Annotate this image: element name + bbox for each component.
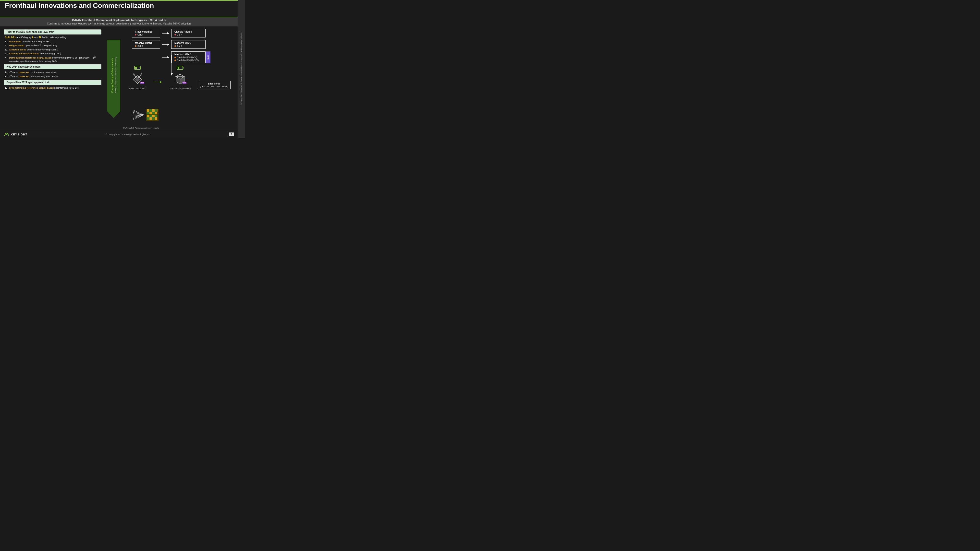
arrow-down-3 [160,56,171,59]
svg-rect-9 [140,67,141,68]
svg-rect-45 [152,112,154,114]
classic-radios-left-bullet: Cat A [135,33,157,36]
edge-cloud-box: Edge Cloud (CPU, GPU, NPU, ASIC, FPGA) [198,81,231,89]
massive-mimo-left: Massive MIMO Cat B [132,40,160,49]
subtitle-line2: Continue to introduce new features such … [5,22,233,25]
svg-marker-1 [167,32,169,34]
beam-svg [132,109,145,121]
svg-rect-47 [147,114,149,117]
left-panel: Prior to the Nov 2024 spec approval trai… [0,27,105,130]
edge-cloud-title: Edge Cloud [200,83,228,85]
subtitle-band: O-RAN Fronthaul Commercial Deployments I… [0,17,238,27]
massive-antenna-section [132,109,159,121]
section1-intro: Split 7-2x and Category A and B Radio Un… [4,36,102,39]
svg-rect-38 [147,109,149,112]
svg-marker-3 [167,44,169,46]
battery-icon-ru [134,65,142,71]
dist-unit-group: SW Distributed Units (O-DU) [170,65,191,89]
section3-list: 1. SRS (Sounding Reference Signal) based… [4,86,102,89]
section2-item-2: 2. 1st set of DMRS BF Interoperability T… [4,75,102,78]
arrow-text: Energy Savings Enhancements [111,58,113,93]
section2-item-1: 1. 1st set of DMRS BF Conformance Test C… [4,70,102,74]
list-item-5: 5. Demodulation Reference Signal based b… [4,56,102,63]
keysight-text: KEYSIGHT [11,133,27,136]
ru-antenna-wrapper: SW [130,72,146,86]
subtitle-line1: O-RAN Fronthaul Commercial Deployments I… [5,19,233,22]
svg-rect-53 [152,117,154,120]
svg-rect-41 [155,109,157,112]
sw-badge-du: SW [183,82,186,84]
arrow-container: Energy Savings Enhancements Cell On/Off,… [105,27,122,130]
svg-line-30 [133,113,144,115]
list-item-4: 4. Channel-information-based beamforming… [4,52,102,55]
section2-label: Nov 2024 spec approval train [4,64,102,69]
radio-unit-group: SW Radio Units (O-RU) [129,65,146,89]
box-row-1: Classic Radios Cat A Classic Radi [132,29,235,38]
classic-radios-left-title: Classic Radios [135,30,157,33]
massive-mimo-ulpi: Massive MIMO Cat-B DMRS-BF-EQ Cat-B DMRS… [171,51,205,63]
bullet-dot-orange [135,45,137,47]
section3-label: Beyond Nov 2024 spec approval train [4,80,102,85]
middle-panel: Energy Savings Enhancements Cell On/Off,… [105,27,122,130]
bullet-dot-orange-2 [175,45,176,47]
massive-mimo-left-title: Massive MIMO [135,41,157,44]
svg-rect-50 [155,114,157,117]
slide-title: Fronthaul Innovations and Commercializat… [5,2,235,10]
classic-radios-right-title: Classic Radios [175,30,202,33]
list-item-1: 1. Predefined-beam beamforming (PDBF) [4,40,102,43]
dist-unit-label: Distributed Units (O-DU) [170,87,191,89]
svg-rect-43 [147,112,149,114]
arrow-right-2 [160,43,171,46]
edge-cloud-group: Edge Cloud (CPU, GPU, NPU, ASIC, FPGA) [198,81,231,89]
list-item-3: 3. Attribute-based dynamic beamforming (… [4,48,102,51]
massive-mimo-ulpi-bullet2: Cat-B DMRS-BF-NEQ [175,59,202,62]
page-number: 3 [229,132,234,136]
section1-list: 1. Predefined-beam beamforming (PDBF) 2.… [4,40,102,63]
massive-mimo-ulpi-bullet1: Cat-B DMRS-BF-EQ [175,56,202,59]
keysight-logo: KEYSIGHT [4,132,27,137]
massive-mimo-right: Massive MIMO Cat B [171,40,205,49]
massive-mimo-ulpi-title: Massive MIMO [175,53,202,56]
radio-unit-label: Radio Units (O-RU) [129,87,146,89]
right-sidebar: 5G Open RAN Conference & Commercializati… [238,0,245,138]
massive-mimo-left-bullet: Cat B [135,45,157,47]
bullet-dot-orange-4 [175,59,176,61]
ulpi-note: ULPI: Uplink Performance Improvements [123,127,159,129]
svg-rect-42 [158,109,158,112]
svg-marker-17 [160,81,162,83]
section1-intro-text: and Category [16,36,32,39]
keysight-mark-icon [4,132,9,137]
box-row-3: Massive MIMO Cat-B DMRS-BF-EQ Cat-B DMRS… [132,51,235,63]
classic-radios-right-bullet: Cat A [175,33,202,36]
boxes-section: Classic Radios Cat A Classic Radi [124,29,235,63]
svg-marker-15 [135,77,140,82]
box-row-2: Massive MIMO Cat B Massive MIMO [132,40,235,49]
cat-b-highlight: B [39,36,41,39]
cat-a-highlight: A [32,36,33,39]
svg-rect-44 [150,112,152,114]
classic-radios-right: Classic Radios Cat A [171,29,205,38]
svg-rect-51 [147,117,149,120]
list-item-2: 2. Weight-based dynamic beamforming (WDB… [4,44,102,47]
bullet-dot-orange-3 [175,57,176,58]
split-highlight: Split 7-2x [5,36,16,39]
bullet-dot-red-2 [175,34,176,35]
top-accent-bar [0,0,238,1]
section3-item-1: 1. SRS (Sounding Reference Signal) based… [4,86,102,89]
side-text: Cell On/Off, Advanced Sleep Mode, RF Rec… [115,57,117,94]
classic-radios-left: Classic Radios Cat A [132,29,160,38]
svg-rect-46 [155,112,157,114]
svg-rect-52 [150,117,152,120]
footer-copyright: © Copyright 2024: Keysight Technologies,… [106,133,151,136]
massive-mimo-right-title: Massive MIMO [175,41,202,44]
massive-mimo-ulpi-wrapper: Massive MIMO Cat-B DMRS-BF-EQ Cat-B DMRS… [171,51,210,63]
bullet-dot-red [135,34,137,35]
main-content: Prior to the Nov 2024 spec approval trai… [0,27,238,130]
dotted-arrow-icon [153,79,163,84]
battery-icon-du [177,65,184,71]
svg-marker-5 [167,56,169,58]
svg-rect-54 [155,117,157,120]
svg-rect-19 [183,67,183,68]
svg-rect-49 [152,114,154,117]
ulpi-badge: ULPI [205,51,210,63]
